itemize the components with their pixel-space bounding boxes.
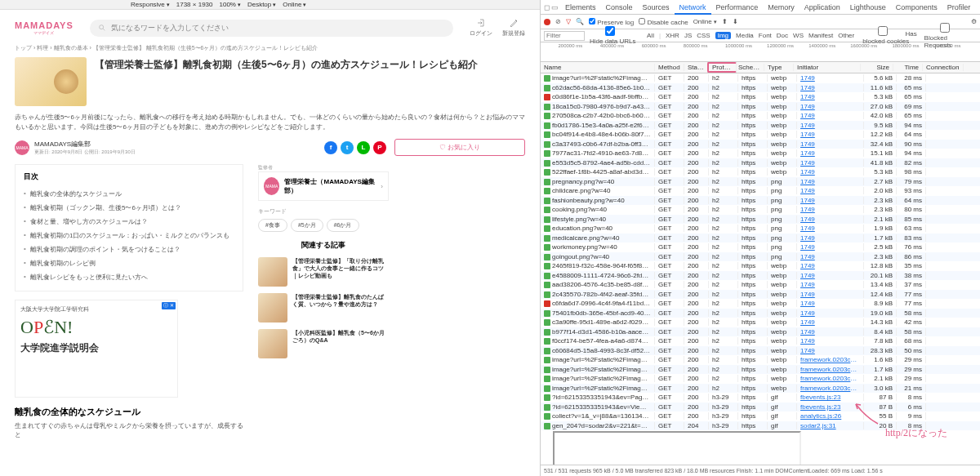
network-row[interactable]: goingout.png?w=40GET200h2httpspng17492.3…	[541, 252, 980, 262]
register-button[interactable]: 新規登録	[502, 18, 525, 38]
toc-item[interactable]: 離乳食初期のレシピ例	[24, 256, 234, 270]
network-row[interactable]: c60684d5-15a8-4993-8c3f-df524e0da671.j..…	[541, 346, 980, 356]
toc-item[interactable]: 離乳食の全体的なスケジュール	[24, 187, 234, 201]
upload-icon[interactable]: ⬆	[722, 18, 728, 25]
ad-banner[interactable]: ⓘ ✕ 大阪大学大学院工学研究科 OPℰN! 大学院進学説明会	[15, 300, 178, 398]
tab-network[interactable]: Network	[675, 2, 711, 15]
network-row[interactable]: pregnancy.png?w=40GET200h2httpspng17492.…	[541, 177, 980, 187]
network-row[interactable]: image?url=%2Fstatic%2Fimages%2Ftms...GET…	[541, 355, 980, 365]
network-row[interactable]: childcare.png?w=40GET200h2httpspng17492.…	[541, 186, 980, 196]
network-row[interactable]: e4588009-1111-4724-96c6-2fd72a2a3a46...G…	[541, 271, 980, 281]
filter-type-font[interactable]: Font	[759, 32, 772, 39]
network-row[interactable]: medicalcare.png?w=40GET200h2httpspng1749…	[541, 234, 980, 243]
tab-components[interactable]: Components	[891, 2, 942, 13]
network-row[interactable]: c62dac56-68da-4136-85e6-1b0f29143fa7...G…	[541, 83, 980, 93]
search-input[interactable]: 気になるワードを入力してください	[90, 20, 453, 37]
toc-item[interactable]: 離乳食初期の調理のポイント・気をつけることは？	[24, 242, 234, 256]
breadcrumb-item[interactable]: 料理	[37, 45, 48, 51]
network-row[interactable]: f0ccf174-be57-4fea-a4a6-d874a5c7f935.j..…	[541, 336, 980, 346]
network-row[interactable]: image?url=%2Fstatic%2Fimages%2Ftms...GET…	[541, 384, 980, 394]
network-row[interactable]: e553d5c5-8792-4ae4-ad5b-cdd01b06ce3b...G…	[541, 158, 980, 168]
network-row[interactable]: c3a90ffe-95d1-489e-a6d2-f029032ecfa93...…	[541, 318, 980, 327]
editor-box[interactable]: MAMA 管理栄養士（MAMADAYS編集部） ›	[258, 171, 389, 201]
tab-lighthouse[interactable]: Lighthouse	[845, 2, 891, 13]
network-row[interactable]: ?id=62153353351943&ev=PageView&dl=...GET…	[541, 393, 980, 403]
network-row[interactable]: image?url=%2Fstatic%2Fimages%2Ftms...GET…	[541, 365, 980, 375]
toc-item[interactable]: 離乳食初期の1日のスケジュール：おっぱい・ミルクとのバランスも	[24, 229, 234, 242]
pinterest-icon[interactable]: P	[373, 141, 386, 154]
network-row[interactable]: b977f14-d3d1-4586-b10a-aace65a45...GET20…	[541, 327, 980, 337]
network-row[interactable]: 7977ac31-7fd2-4910-ae63-7d8b0134d378...G…	[541, 149, 980, 158]
login-button[interactable]: ログイン	[470, 18, 492, 38]
throttle-select[interactable]: Online	[693, 18, 717, 25]
network-row[interactable]: c0d86f1e-1b5a-43f6-aadf-9bffbb728fb9.j..…	[541, 92, 980, 102]
network-row[interactable]: bc04f914-e4b8-48e4-b06b-80f741011f8.p...…	[541, 130, 980, 140]
network-row[interactable]: image?url=%2Fstatic%2Fimages%2Flogo...GE…	[541, 73, 980, 83]
network-row[interactable]: cooking.png?w=40GET200h2httpspng17492.3 …	[541, 205, 980, 215]
keyword-tag[interactable]: #食事	[258, 219, 287, 232]
related-item[interactable]: 【管理栄養士監修】「取り分け離乳食」で大人の食事と一緒に作るコツ｜レシピ動画も	[258, 257, 389, 287]
filter-type-manifest[interactable]: Manifest	[808, 32, 833, 39]
network-timeline[interactable]: 200000 ms400000 ms600000 ms800000 ms1000…	[541, 42, 980, 62]
breadcrumb-item[interactable]: トップ	[15, 45, 32, 51]
tab-performance[interactable]: Performance	[711, 2, 764, 13]
filter-icon[interactable]: ▽	[566, 18, 571, 25]
download-icon[interactable]: ⬇	[733, 18, 738, 25]
online-select[interactable]: Online	[283, 1, 306, 8]
network-row[interactable]: workmoney.png?w=40GET200h2httpspng17492.…	[541, 242, 980, 252]
filter-type-other[interactable]: Other	[838, 32, 854, 39]
favorite-button[interactable]: お気に入り	[394, 139, 525, 156]
tab-application[interactable]: Application	[800, 2, 845, 13]
tab-console[interactable]: Console	[601, 2, 638, 13]
network-row[interactable]: 75401fb0db-365e-45bf-acd9-40728d39776a..…	[541, 309, 980, 318]
filter-type-ws[interactable]: WS	[793, 32, 804, 39]
disable-cache-checkbox[interactable]: Disable cache	[639, 18, 688, 26]
filter-type-css[interactable]: CSS	[697, 32, 710, 39]
network-row[interactable]: fashionbeauty.png?w=40GET200h2httpspng17…	[541, 196, 980, 206]
filter-type-xhr[interactable]: XHR	[666, 32, 679, 39]
breadcrumb-item[interactable]: 離乳食の基本	[54, 45, 88, 51]
network-row[interactable]: 2c435570-782b-4f42-aeaf-35fd6ed44475.j..…	[541, 290, 980, 300]
device-select[interactable]: Desktop	[247, 1, 276, 8]
tab-sources[interactable]: Sources	[638, 2, 675, 13]
network-row[interactable]: aad38206-4576-4c35-be85-d8f358a038ee...G…	[541, 280, 980, 290]
responsive-select[interactable]: Responsive	[131, 1, 170, 8]
filter-type-js[interactable]: JS	[684, 32, 692, 39]
clear-icon[interactable]: ⊘	[555, 18, 561, 25]
filter-type-media[interactable]: Media	[736, 32, 754, 39]
device-toolbar[interactable]: Responsive 1738 × 1930 100% Desktop Onli…	[0, 0, 540, 10]
network-row[interactable]: c6fda6d7-0996-4c4f-9fa4-f11bd1b5dc57.jp.…	[541, 299, 980, 309]
network-table-header[interactable]: Name Method Status Protocol Scheme Type …	[541, 62, 980, 73]
related-item[interactable]: 【小児科医監修】離乳食（5〜6か月ごろ）のQ&A	[258, 329, 389, 358]
network-row[interactable]: 270508ca-c2b7-42b0-bbc6-b602baa1426...GE…	[541, 111, 980, 121]
network-row[interactable]: education.png?w=40GET200h2httpspng17491.…	[541, 224, 980, 234]
network-row[interactable]: c3a37493-c0b6-47df-b2ba-0ff3ce209fe3.j..…	[541, 140, 980, 149]
device-mode-icon[interactable]: ▭	[551, 3, 559, 11]
inspect-icon[interactable]: ◻	[544, 3, 550, 11]
toc-item[interactable]: 食材と量、増やし方のスケジュールは？	[24, 215, 234, 229]
network-row[interactable]: image?url=%2Fstatic%2Fimages%2Ftms...GET…	[541, 374, 980, 384]
keyword-tag[interactable]: #5か月	[291, 219, 323, 232]
tab-elements[interactable]: Elements	[560, 2, 601, 13]
twitter-icon[interactable]: t	[341, 141, 354, 154]
related-item[interactable]: 【管理栄養士監修】離乳食のたんぱく質、いつから？量や進め方は？	[258, 293, 389, 323]
tab-profiler[interactable]: Profiler	[942, 2, 976, 13]
zoom-select[interactable]: 100%	[219, 1, 240, 8]
network-row[interactable]: 522ffaef-1f8b-4425-a8af-abd3dc6f0655.p..…	[541, 167, 980, 177]
toc-item[interactable]: 離乳食レシピをもっと便利に見たい方へ	[24, 270, 234, 284]
filter-type-doc[interactable]: Doc	[777, 32, 788, 39]
keyword-tag[interactable]: #6か月	[327, 219, 359, 232]
preserve-log-checkbox[interactable]: Preserve log	[589, 18, 634, 26]
network-row[interactable]: lifestyle.png?w=40GET200h2httpspng17492.…	[541, 215, 980, 225]
filter-input[interactable]	[544, 31, 585, 41]
tab-memory[interactable]: Memory	[763, 2, 800, 13]
filter-type-all[interactable]: All	[647, 32, 654, 39]
network-row[interactable]: collect?v=1&_v=j88&a=1361345778&t=pag...…	[541, 411, 980, 421]
site-logo[interactable]: MAMADAYS ママデイズ	[15, 20, 74, 35]
network-row[interactable]: fb0d1786-15e3-4a0a-a25f-e2f6a1e12cf0.j..…	[541, 121, 980, 131]
network-row[interactable]: 18ca15c0-7980-4976-b9d7-a432023e5238...G…	[541, 102, 980, 112]
search-icon[interactable]: 🔍	[576, 18, 584, 25]
network-row[interactable]: 2465f819-f32c-458e-964f-f65f8a4e4f0b.jp.…	[541, 261, 980, 271]
filter-type-img[interactable]: Img	[715, 32, 731, 39]
breadcrumb-item[interactable]: 【管理栄養士監修】 離乳食初期（生後5〜6ヶ月）の進め方スケジュール！レシピも紹…	[93, 45, 318, 51]
